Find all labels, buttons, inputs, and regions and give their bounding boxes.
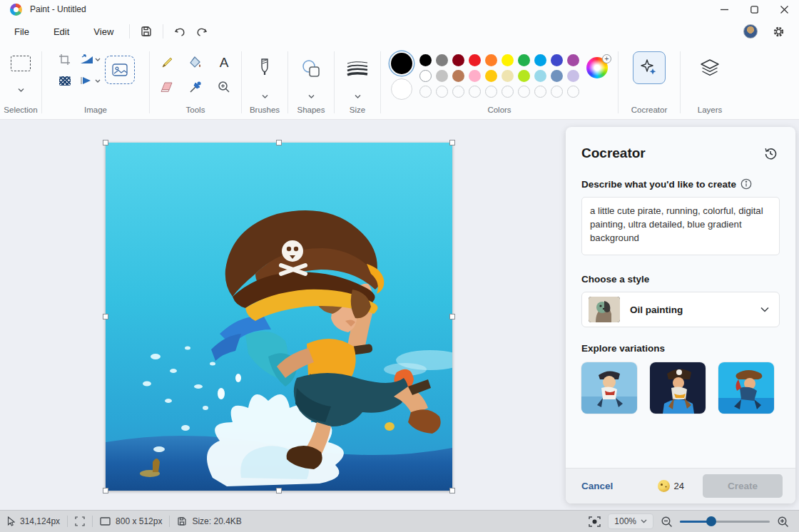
fill-bucket-icon[interactable]: [185, 53, 205, 73]
custom-color-slot[interactable]: [469, 86, 481, 98]
custom-color-slot[interactable]: [567, 86, 579, 98]
history-icon[interactable]: [761, 144, 780, 163]
color-swatch[interactable]: [469, 54, 481, 66]
layers-icon[interactable]: [699, 53, 721, 84]
color-swatch[interactable]: [436, 70, 448, 82]
menu-view[interactable]: View: [83, 23, 123, 41]
info-icon[interactable]: [741, 178, 752, 190]
cancel-button[interactable]: Cancel: [581, 481, 613, 491]
resize-handle-top-left[interactable]: [103, 140, 108, 145]
style-dropdown[interactable]: Oil painting: [581, 292, 780, 327]
text-tool-icon[interactable]: A: [214, 53, 234, 73]
color-swatch[interactable]: [452, 70, 464, 82]
color-swatch[interactable]: [452, 54, 464, 66]
size-group-label: Size: [350, 106, 365, 116]
color-swatch[interactable]: [518, 70, 530, 82]
custom-color-slot[interactable]: [551, 86, 563, 98]
color-swatch[interactable]: [485, 54, 497, 66]
color-swatch[interactable]: [534, 70, 546, 82]
selection-chevron-down-icon[interactable]: [18, 82, 24, 95]
flip-icon[interactable]: [80, 76, 101, 86]
resize-handle-middle-left[interactable]: [103, 314, 108, 319]
magnifier-icon[interactable]: [214, 77, 234, 97]
custom-color-slot[interactable]: [534, 86, 546, 98]
resize-handle-top-center[interactable]: [276, 140, 282, 145]
size-chevron-down-icon[interactable]: [355, 88, 361, 101]
variation-thumbnail-2[interactable]: [650, 362, 706, 414]
maximize-button[interactable]: [739, 0, 769, 19]
background-color-well[interactable]: [391, 78, 412, 100]
pencil-icon[interactable]: [157, 53, 177, 73]
eyedropper-icon[interactable]: [185, 77, 205, 97]
account-avatar[interactable]: [743, 24, 758, 39]
canvas-artwork[interactable]: [106, 143, 452, 491]
color-swatch[interactable]: [419, 70, 432, 82]
brushes-chevron-down-icon[interactable]: [262, 88, 268, 101]
custom-color-slot[interactable]: [485, 86, 497, 98]
zoom-slider[interactable]: [680, 516, 770, 526]
redo-icon[interactable]: [190, 22, 212, 41]
crop-icon[interactable]: [57, 51, 73, 67]
color-swatch[interactable]: [534, 54, 546, 66]
cursor-position-text: 314,124px: [20, 516, 60, 526]
canvas-size-text: 800 x 512px: [116, 516, 162, 526]
settings-gear-icon[interactable]: [768, 22, 789, 41]
credit-coin-icon: [658, 480, 670, 492]
close-button[interactable]: [769, 0, 799, 19]
menu-separator: [163, 24, 163, 39]
credit-count: 24: [674, 481, 684, 491]
color-swatch[interactable]: [567, 54, 579, 66]
color-swatch[interactable]: [469, 70, 481, 82]
variation-thumbnail-1[interactable]: [581, 362, 637, 414]
color-swatch[interactable]: [567, 70, 579, 82]
minimize-button[interactable]: [709, 0, 739, 19]
texture-icon[interactable]: [57, 73, 73, 88]
canvas-selection[interactable]: [106, 143, 452, 491]
zoom-slider-thumb[interactable]: [706, 516, 716, 526]
zoom-chevron-down-icon: [641, 519, 647, 523]
menu-file[interactable]: File: [4, 23, 39, 41]
color-swatch[interactable]: [518, 54, 530, 66]
custom-color-slot[interactable]: [452, 86, 464, 98]
zoom-in-icon[interactable]: [777, 516, 789, 528]
custom-color-slot[interactable]: [419, 86, 432, 98]
custom-color-slot[interactable]: [502, 86, 514, 98]
eraser-icon[interactable]: [157, 77, 177, 97]
save-icon[interactable]: [136, 22, 157, 41]
create-button[interactable]: Create: [703, 474, 783, 498]
color-swatch[interactable]: [485, 70, 497, 82]
resize-handle-top-right[interactable]: [449, 140, 455, 145]
foreground-color-well[interactable]: [391, 53, 412, 74]
resize-icon[interactable]: [80, 54, 101, 65]
color-swatch[interactable]: [502, 54, 514, 66]
file-save-icon: [177, 516, 187, 526]
shapes-icon[interactable]: [300, 53, 322, 84]
resize-handle-middle-right[interactable]: [449, 314, 455, 319]
cocreator-sparkle-icon[interactable]: [633, 51, 666, 84]
zoom-level-dropdown[interactable]: 100%: [608, 513, 653, 529]
rectangle-select-icon[interactable]: [11, 51, 31, 71]
color-swatch[interactable]: [551, 54, 563, 66]
resize-handle-bottom-center[interactable]: [276, 488, 282, 493]
resize-handle-bottom-right[interactable]: [449, 488, 455, 493]
color-swatch[interactable]: [436, 54, 448, 66]
image-creator-icon[interactable]: [105, 56, 135, 84]
resize-handle-bottom-left[interactable]: [103, 488, 108, 493]
brushes-icon[interactable]: [258, 53, 272, 84]
prompt-input[interactable]: a little cute pirate, running, colorful,…: [581, 197, 780, 255]
menu-edit[interactable]: Edit: [44, 23, 79, 41]
color-swatch[interactable]: [551, 70, 563, 82]
undo-icon[interactable]: [169, 22, 190, 41]
shapes-chevron-down-icon[interactable]: [308, 88, 315, 101]
custom-color-slot[interactable]: [436, 86, 448, 98]
paint-logo-icon: [10, 4, 22, 16]
fit-to-screen-icon[interactable]: [589, 516, 601, 527]
color-swatch[interactable]: [502, 70, 514, 82]
image-group: Image: [42, 44, 149, 119]
size-icon[interactable]: [346, 53, 369, 84]
edit-colors-wheel-icon[interactable]: +: [586, 57, 608, 78]
variation-thumbnail-3[interactable]: [718, 362, 774, 414]
custom-color-slot[interactable]: [518, 86, 530, 98]
zoom-out-icon[interactable]: [661, 516, 673, 528]
color-swatch[interactable]: [419, 54, 432, 66]
